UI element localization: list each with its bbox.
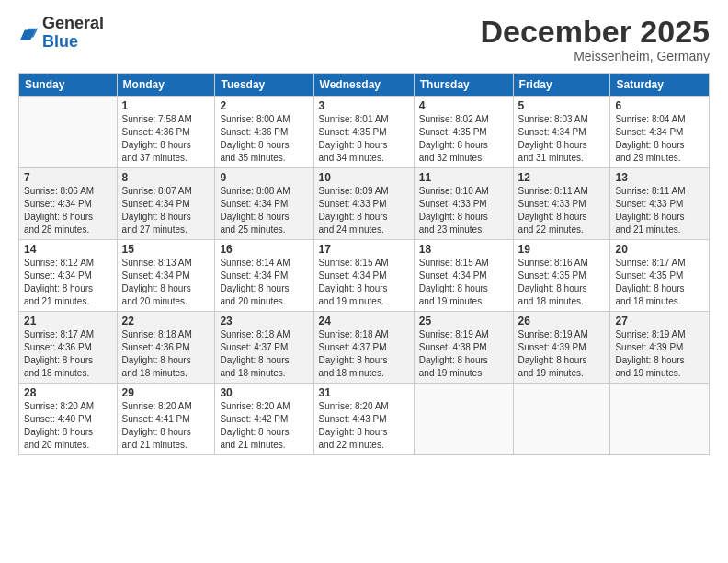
day-number: 2 — [220, 99, 308, 112]
calendar-cell: 2Sunrise: 8:00 AMSunset: 4:36 PMDaylight… — [215, 97, 313, 168]
day-number: 21 — [24, 315, 112, 327]
calendar-cell: 13Sunrise: 8:11 AMSunset: 4:33 PMDayligh… — [610, 168, 710, 240]
svg-marker-1 — [20, 29, 35, 40]
day-info: Sunrise: 8:20 AMSunset: 4:42 PMDaylight:… — [220, 400, 308, 452]
calendar-cell: 3Sunrise: 8:01 AMSunset: 4:35 PMDaylight… — [313, 97, 414, 168]
col-sunday: Sunday — [19, 74, 118, 97]
logo: General Blue — [18, 15, 104, 52]
day-number: 25 — [419, 315, 508, 327]
calendar-cell: 26Sunrise: 8:19 AMSunset: 4:39 PMDayligh… — [513, 312, 610, 384]
col-friday: Friday — [513, 74, 610, 97]
calendar-header: Sunday Monday Tuesday Wednesday Thursday… — [19, 74, 710, 97]
logo-text: General Blue — [42, 15, 104, 52]
day-number: 16 — [220, 243, 308, 256]
col-saturday: Saturday — [610, 74, 710, 97]
day-number: 11 — [419, 171, 508, 184]
calendar-cell: 31Sunrise: 8:20 AMSunset: 4:43 PMDayligh… — [313, 384, 414, 455]
calendar-cell: 27Sunrise: 8:19 AMSunset: 4:39 PMDayligh… — [610, 312, 710, 384]
day-info: Sunrise: 8:06 AMSunset: 4:34 PMDaylight:… — [24, 185, 112, 236]
day-number: 27 — [615, 315, 704, 327]
logo-icon — [20, 22, 42, 40]
day-number: 22 — [122, 315, 210, 327]
calendar-cell: 28Sunrise: 8:20 AMSunset: 4:40 PMDayligh… — [19, 384, 118, 455]
col-tuesday: Tuesday — [215, 74, 313, 97]
col-thursday: Thursday — [414, 74, 513, 97]
day-info: Sunrise: 8:17 AMSunset: 4:35 PMDaylight:… — [615, 257, 704, 308]
day-number: 13 — [615, 171, 704, 184]
day-number: 12 — [518, 171, 606, 184]
day-number: 1 — [122, 99, 210, 112]
day-info: Sunrise: 8:10 AMSunset: 4:33 PMDaylight:… — [419, 185, 508, 236]
col-monday: Monday — [117, 74, 215, 97]
calendar-cell: 24Sunrise: 8:18 AMSunset: 4:37 PMDayligh… — [313, 312, 414, 384]
day-info: Sunrise: 8:02 AMSunset: 4:35 PMDaylight:… — [419, 113, 508, 165]
day-info: Sunrise: 8:20 AMSunset: 4:41 PMDaylight:… — [122, 400, 210, 452]
calendar-table: Sunday Monday Tuesday Wednesday Thursday… — [18, 73, 710, 455]
day-number: 18 — [419, 243, 508, 256]
calendar-week-row: 14Sunrise: 8:12 AMSunset: 4:34 PMDayligh… — [19, 240, 710, 312]
day-number: 28 — [24, 386, 112, 399]
logo-blue: Blue — [42, 32, 78, 51]
day-info: Sunrise: 8:14 AMSunset: 4:34 PMDaylight:… — [220, 257, 308, 308]
day-info: Sunrise: 7:58 AMSunset: 4:36 PMDaylight:… — [122, 113, 210, 165]
day-number: 5 — [518, 99, 606, 112]
day-info: Sunrise: 8:15 AMSunset: 4:34 PMDaylight:… — [419, 257, 508, 308]
logo-general: General — [42, 14, 104, 32]
calendar-cell: 25Sunrise: 8:19 AMSunset: 4:38 PMDayligh… — [414, 312, 513, 384]
day-info: Sunrise: 8:19 AMSunset: 4:39 PMDaylight:… — [518, 328, 606, 380]
day-info: Sunrise: 8:20 AMSunset: 4:43 PMDaylight:… — [319, 400, 409, 452]
day-info: Sunrise: 8:00 AMSunset: 4:36 PMDaylight:… — [220, 113, 308, 165]
calendar-cell: 4Sunrise: 8:02 AMSunset: 4:35 PMDaylight… — [414, 97, 513, 168]
day-info: Sunrise: 8:18 AMSunset: 4:36 PMDaylight:… — [122, 328, 210, 380]
calendar-cell: 17Sunrise: 8:15 AMSunset: 4:34 PMDayligh… — [313, 240, 414, 312]
calendar-cell: 6Sunrise: 8:04 AMSunset: 4:34 PMDaylight… — [610, 97, 710, 168]
day-info: Sunrise: 8:19 AMSunset: 4:38 PMDaylight:… — [419, 328, 508, 380]
month-title: December 2025 — [480, 15, 710, 49]
day-info: Sunrise: 8:11 AMSunset: 4:33 PMDaylight:… — [615, 185, 704, 236]
day-number: 10 — [319, 171, 409, 184]
day-info: Sunrise: 8:13 AMSunset: 4:34 PMDaylight:… — [122, 257, 210, 308]
calendar-cell — [513, 384, 610, 455]
calendar-body: 1Sunrise: 7:58 AMSunset: 4:36 PMDaylight… — [19, 97, 710, 455]
day-number: 30 — [220, 386, 308, 399]
day-info: Sunrise: 8:11 AMSunset: 4:33 PMDaylight:… — [518, 185, 606, 236]
day-number: 3 — [319, 99, 409, 112]
day-info: Sunrise: 8:15 AMSunset: 4:34 PMDaylight:… — [319, 257, 409, 308]
day-info: Sunrise: 8:04 AMSunset: 4:34 PMDaylight:… — [615, 113, 704, 165]
calendar-cell — [19, 97, 118, 168]
location: Meissenheim, Germany — [480, 49, 710, 63]
day-number: 7 — [24, 171, 112, 184]
day-number: 29 — [122, 386, 210, 399]
day-number: 17 — [319, 243, 409, 256]
day-info: Sunrise: 8:12 AMSunset: 4:34 PMDaylight:… — [24, 257, 112, 308]
calendar-cell: 15Sunrise: 8:13 AMSunset: 4:34 PMDayligh… — [117, 240, 215, 312]
calendar-cell: 21Sunrise: 8:17 AMSunset: 4:36 PMDayligh… — [19, 312, 118, 384]
calendar-week-row: 21Sunrise: 8:17 AMSunset: 4:36 PMDayligh… — [19, 312, 710, 384]
day-number: 24 — [319, 315, 409, 327]
calendar-week-row: 7Sunrise: 8:06 AMSunset: 4:34 PMDaylight… — [19, 168, 710, 240]
calendar-cell: 14Sunrise: 8:12 AMSunset: 4:34 PMDayligh… — [19, 240, 118, 312]
day-number: 19 — [518, 243, 606, 256]
calendar-cell: 9Sunrise: 8:08 AMSunset: 4:34 PMDaylight… — [215, 168, 313, 240]
day-number: 8 — [122, 171, 210, 184]
day-number: 23 — [220, 315, 308, 327]
day-number: 14 — [24, 243, 112, 256]
day-number: 20 — [615, 243, 704, 256]
calendar-cell: 8Sunrise: 8:07 AMSunset: 4:34 PMDaylight… — [117, 168, 215, 240]
day-info: Sunrise: 8:03 AMSunset: 4:34 PMDaylight:… — [518, 113, 606, 165]
calendar-cell: 7Sunrise: 8:06 AMSunset: 4:34 PMDaylight… — [19, 168, 118, 240]
day-info: Sunrise: 8:18 AMSunset: 4:37 PMDaylight:… — [319, 328, 409, 380]
calendar-cell: 5Sunrise: 8:03 AMSunset: 4:34 PMDaylight… — [513, 97, 610, 168]
calendar-cell: 29Sunrise: 8:20 AMSunset: 4:41 PMDayligh… — [117, 384, 215, 455]
calendar-cell: 18Sunrise: 8:15 AMSunset: 4:34 PMDayligh… — [414, 240, 513, 312]
day-info: Sunrise: 8:19 AMSunset: 4:39 PMDaylight:… — [615, 328, 704, 380]
calendar-cell — [414, 384, 513, 455]
calendar-cell: 1Sunrise: 7:58 AMSunset: 4:36 PMDaylight… — [117, 97, 215, 168]
calendar-cell: 22Sunrise: 8:18 AMSunset: 4:36 PMDayligh… — [117, 312, 215, 384]
header-row: Sunday Monday Tuesday Wednesday Thursday… — [19, 74, 710, 97]
calendar-cell — [610, 384, 710, 455]
calendar-page: General Blue December 2025 Meissenheim, … — [0, 0, 728, 563]
day-number: 6 — [615, 99, 704, 112]
title-block: December 2025 Meissenheim, Germany — [480, 15, 710, 63]
day-info: Sunrise: 8:18 AMSunset: 4:37 PMDaylight:… — [220, 328, 308, 380]
